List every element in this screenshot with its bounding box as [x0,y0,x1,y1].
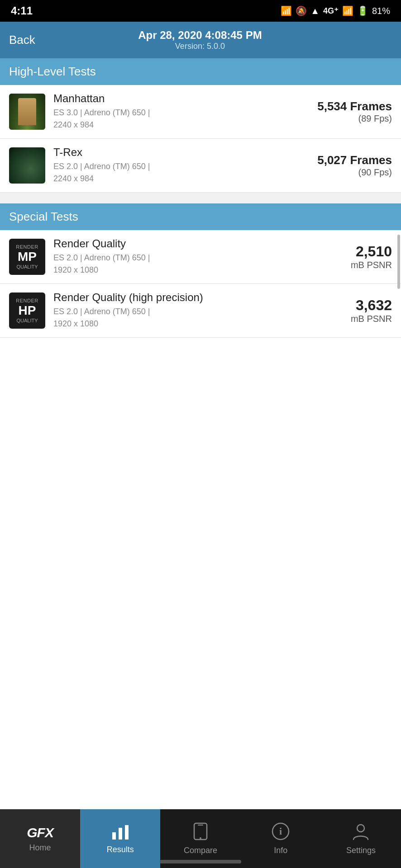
svg-rect-1 [119,828,122,840]
render-mp-label-top: RENDER [16,244,38,250]
manhattan-frames: 5,534 Frames [317,99,392,113]
render-hp-unit: mB PSNR [320,314,392,324]
wifi-icon: ▲ [310,6,320,16]
test-item-manhattan[interactable]: Manhattan ES 3.0 | Adreno (TM) 650 | 224… [0,85,401,139]
render-mp-value: 2,510 [320,243,392,260]
manhattan-result: 5,534 Frames (89 Fps) [317,99,392,124]
test-item-render-mp[interactable]: RENDER MP QUALITY Render Quality ES 2.0 … [0,230,401,284]
svg-rect-3 [194,823,207,840]
header-subtitle: Version: 5.0.0 [35,42,365,51]
trex-thumb [9,147,45,184]
signal-icon: 📶 [342,5,353,16]
render-hp-value: 3,632 [320,297,392,314]
nav-item-home[interactable]: GFX Home [0,809,80,868]
manhattan-thumb [9,94,45,130]
info-icon: i [272,822,290,843]
svg-rect-4 [198,825,203,826]
status-icons: 📶 🔕 ▲ 4G⁺ 📶 🔋 81% [281,5,390,16]
nav-label-results: Results [107,845,134,854]
render-hp-details: ES 2.0 | Adreno (TM) 650 | 1920 x 1080 [53,306,320,330]
svg-point-8 [357,825,364,832]
svg-rect-2 [125,825,129,840]
lte-icon: 4G⁺ [323,6,339,16]
trex-details: ES 2.0 | Adreno (TM) 650 | 2240 x 984 [53,160,317,185]
compare-phone-icon [193,822,208,843]
trex-frames: 5,027 Frames [317,153,392,167]
trex-info: T-Rex ES 2.0 | Adreno (TM) 650 | 2240 x … [53,146,317,185]
test-item-render-hp[interactable]: RENDER HP QUALITY Render Quality (high p… [0,284,401,338]
test-item-trex[interactable]: T-Rex ES 2.0 | Adreno (TM) 650 | 2240 x … [0,139,401,193]
render-mp-info: Render Quality ES 2.0 | Adreno (TM) 650 … [53,237,320,276]
section-spacer [0,193,401,203]
header-center: Apr 28, 2020 4:08:45 PM Version: 5.0.0 [35,29,365,51]
render-hp-label-bot: QUALITY [16,318,38,323]
render-mp-details: ES 2.0 | Adreno (TM) 650 | 1920 x 1080 [53,252,320,276]
render-hp-label-top: RENDER [16,298,38,303]
trex-name: T-Rex [53,146,317,159]
render-mp-name: Render Quality [53,237,320,250]
special-section-label: Special Tests [9,210,78,223]
settings-person-icon [352,822,370,843]
render-mp-unit: mB PSNR [320,260,392,270]
special-tests-container: RENDER MP QUALITY Render Quality ES 2.0 … [0,230,401,338]
header-title: Apr 28, 2020 4:08:45 PM [35,29,365,42]
nav-item-results[interactable]: Results [80,809,160,868]
nfc-icon: 📶 [281,5,292,16]
manhattan-info: Manhattan ES 3.0 | Adreno (TM) 650 | 224… [53,92,317,131]
svg-text:i: i [279,826,282,837]
bottom-nav: GFX Home Results Compare i [0,809,401,868]
trex-fps: (90 Fps) [317,167,392,178]
nav-item-compare[interactable]: Compare [160,809,240,868]
mute-icon: 🔕 [296,5,307,16]
svg-point-5 [200,837,201,839]
battery-icon: 🔋 [357,5,368,16]
high-level-section-label: High-Level Tests [9,65,96,78]
render-mp-label-bot: QUALITY [16,264,38,269]
render-hp-info: Render Quality (high precision) ES 2.0 |… [53,291,320,330]
scrollbar-hint[interactable] [397,235,400,289]
render-mp-label-mid: MP [18,250,37,263]
manhattan-name: Manhattan [53,92,317,105]
render-hp-result: 3,632 mB PSNR [320,297,392,324]
render-mp-result: 2,510 mB PSNR [320,243,392,270]
high-level-section-header: High-Level Tests [0,58,401,85]
gfx-logo: GFX [27,825,53,840]
render-hp-label-mid: HP [19,304,36,317]
nav-label-info: Info [274,846,287,855]
trex-result: 5,027 Frames (90 Fps) [317,153,392,178]
results-chart-icon [111,823,129,842]
render-mp-thumb: RENDER MP QUALITY [9,239,45,275]
manhattan-details: ES 3.0 | Adreno (TM) 650 | 2240 x 984 [53,107,317,131]
header: Back Apr 28, 2020 4:08:45 PM Version: 5.… [0,22,401,58]
status-bar: 4:11 📶 🔕 ▲ 4G⁺ 📶 🔋 81% [0,0,401,22]
nav-label-settings: Settings [346,846,376,855]
nav-label-compare: Compare [184,846,217,855]
status-time: 4:11 [11,5,33,17]
render-hp-name: Render Quality (high precision) [53,291,320,304]
manhattan-fps: (89 Fps) [317,113,392,124]
nav-item-settings[interactable]: Settings [321,809,401,868]
nav-label-home: Home [29,843,51,853]
battery-percent: 81% [372,6,390,16]
render-hp-thumb: RENDER HP QUALITY [9,292,45,329]
nav-item-info[interactable]: i Info [241,809,321,868]
back-button[interactable]: Back [9,33,35,47]
svg-rect-0 [112,832,116,840]
gesture-bar [160,860,241,863]
special-section-header: Special Tests [0,203,401,230]
